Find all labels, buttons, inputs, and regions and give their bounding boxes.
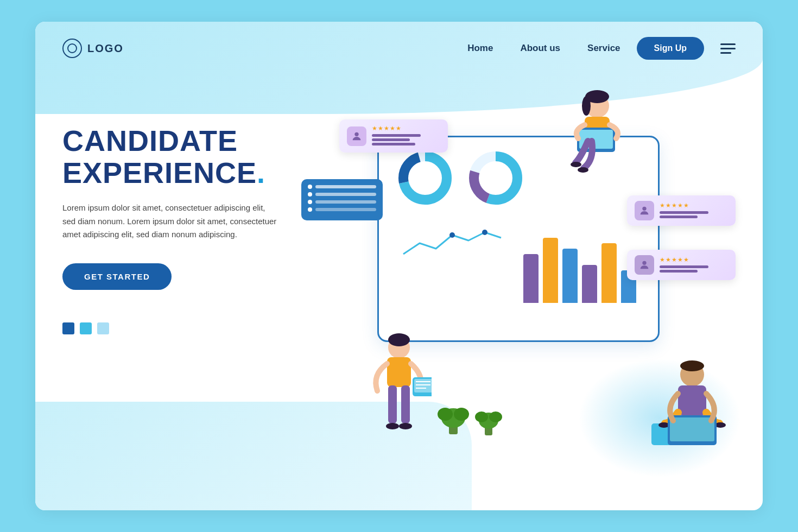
- list-line-2: [315, 193, 376, 196]
- svg-point-19: [571, 162, 581, 167]
- bar-3: [562, 249, 578, 303]
- review-line-3a: [660, 265, 708, 268]
- list-row-1: [308, 185, 376, 189]
- svg-rect-23: [387, 357, 411, 387]
- bar-5: [601, 243, 617, 303]
- svg-point-9: [449, 232, 455, 238]
- bar-4: [582, 265, 597, 303]
- svg-point-11: [642, 207, 646, 211]
- hamburger-line-1: [720, 43, 736, 45]
- main-card: LOGO Home About us Service Sign Up CANDI…: [35, 22, 763, 510]
- list-line-3: [315, 200, 376, 204]
- svg-rect-35: [678, 385, 706, 415]
- svg-point-43: [454, 408, 469, 421]
- nav-service[interactable]: Service: [587, 43, 620, 54]
- review-line-2b: [660, 216, 698, 218]
- woman-standing-figure: [366, 331, 432, 451]
- svg-point-42: [438, 408, 453, 421]
- review-avatar-3: [635, 255, 654, 275]
- list-dot-1: [308, 185, 312, 189]
- line-chart: [398, 221, 506, 265]
- hero-title-line1: CANDIDATE: [62, 124, 238, 157]
- list-dot-4: [308, 207, 312, 212]
- hero-title-line2: EXPERIENCE: [62, 156, 257, 189]
- bar-2: [543, 238, 558, 303]
- nav-links: Home About us Service: [467, 43, 620, 54]
- hero-title-dot: .: [257, 156, 265, 189]
- review-stars-1: ★★★★★: [372, 125, 440, 132]
- list-line-4: [315, 208, 376, 211]
- svg-point-27: [399, 423, 412, 429]
- dot-blue: [62, 322, 74, 334]
- svg-rect-29: [414, 379, 432, 392]
- review-line-c: [372, 143, 415, 145]
- list-panel: [301, 179, 383, 220]
- svg-rect-24: [388, 385, 397, 423]
- list-dot-2: [308, 192, 312, 197]
- svg-point-0: [354, 132, 358, 136]
- woman-sitting-figure: [562, 87, 632, 195]
- svg-point-10: [482, 230, 487, 235]
- list-row-3: [308, 200, 376, 204]
- dot-cyan: [80, 322, 92, 334]
- navbar: LOGO Home About us Service Sign Up: [35, 22, 763, 71]
- donut-chart-2: [466, 148, 525, 208]
- logo-inner: [67, 43, 77, 53]
- hamburger-menu[interactable]: [720, 43, 736, 54]
- list-row-2: [308, 192, 376, 197]
- review-line-b: [372, 138, 410, 141]
- main-content: CANDIDATE EXPERIENCE. Lorem ipsum dolor …: [35, 71, 763, 499]
- plant-1: [437, 394, 470, 437]
- decorative-dots: [62, 322, 323, 334]
- hamburger-line-3: [720, 52, 731, 54]
- review-card-3: ★★★★★: [627, 250, 736, 280]
- svg-rect-25: [401, 385, 410, 423]
- plant-2: [475, 402, 502, 437]
- svg-point-4: [410, 163, 440, 193]
- svg-point-12: [642, 261, 646, 265]
- list-row-4: [308, 207, 376, 212]
- man-sitting-figure: [654, 358, 730, 467]
- svg-point-15: [582, 96, 591, 116]
- svg-rect-39: [670, 417, 714, 441]
- review-info-3: ★★★★★: [660, 256, 728, 274]
- review-avatar-2: [635, 201, 654, 220]
- review-info-2: ★★★★★: [660, 202, 728, 220]
- hamburger-line-2: [720, 48, 736, 49]
- review-stars-3: ★★★★★: [660, 256, 728, 263]
- review-card-1: ★★★★★: [339, 119, 448, 153]
- svg-point-22: [388, 333, 410, 346]
- logo-text: LOGO: [87, 42, 124, 55]
- review-info-1: ★★★★★: [372, 125, 440, 147]
- dot-light: [97, 322, 109, 334]
- signup-button[interactable]: Sign Up: [637, 37, 704, 60]
- bar-1: [523, 254, 539, 303]
- left-section: CANDIDATE EXPERIENCE. Lorem ipsum dolor …: [62, 92, 323, 334]
- nav-home[interactable]: Home: [467, 43, 493, 54]
- review-card-2: ★★★★★: [627, 195, 736, 226]
- get-started-button[interactable]: GET STARTED: [62, 263, 172, 290]
- bars-container: [523, 227, 636, 303]
- svg-point-8: [480, 163, 511, 193]
- review-lines-3: [660, 265, 728, 273]
- svg-point-46: [475, 411, 488, 422]
- svg-point-34: [680, 360, 704, 371]
- review-avatar-1: [347, 126, 366, 146]
- illustration-area: ★★★★★: [334, 92, 736, 472]
- nav-about[interactable]: About us: [520, 43, 560, 54]
- svg-point-26: [386, 423, 399, 429]
- hero-title: CANDIDATE EXPERIENCE.: [62, 125, 323, 189]
- hero-description: Lorem ipsum dolor sit amet, consectetuer…: [62, 201, 280, 242]
- svg-point-20: [578, 167, 588, 173]
- list-dot-3: [308, 200, 312, 204]
- review-lines-1: [372, 134, 440, 145]
- logo-area: LOGO: [62, 39, 124, 58]
- bar-chart-area: [390, 216, 647, 303]
- review-lines-2: [660, 211, 728, 218]
- donut-chart-1: [395, 148, 455, 208]
- review-line-3b: [660, 270, 698, 273]
- review-line-2a: [660, 211, 708, 214]
- svg-point-47: [489, 411, 502, 422]
- review-stars-2: ★★★★★: [660, 202, 728, 209]
- review-line-a: [372, 134, 421, 137]
